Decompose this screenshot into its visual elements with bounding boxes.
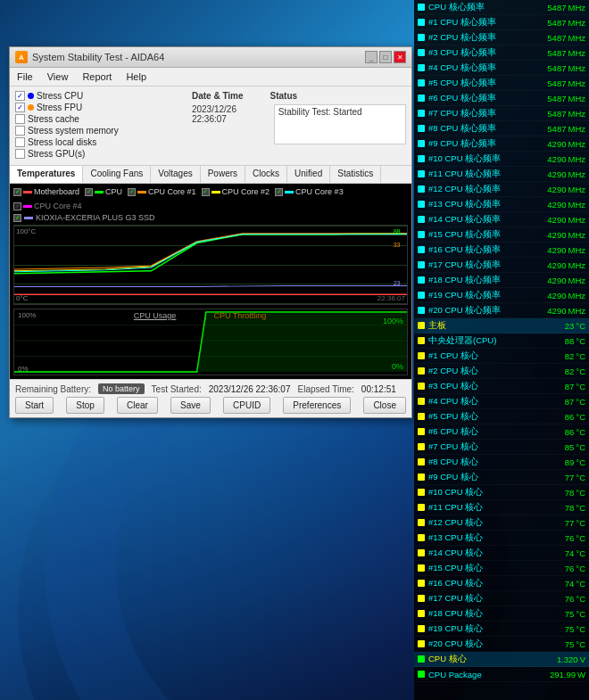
- legend-cpu-core3[interactable]: ✓ CPU Core #3: [275, 187, 344, 196]
- row-unit-36: °C: [576, 548, 585, 558]
- tab-temperatures[interactable]: Temperatures: [10, 166, 83, 183]
- row-value-10: 4290: [547, 154, 566, 164]
- row-unit-3: MHz: [568, 48, 585, 58]
- panel-row-18: #18 CPU 核心频率4290MHz: [414, 273, 589, 288]
- svg-text:33: 33: [394, 243, 401, 249]
- row-label-13: #13 CPU 核心频率: [428, 199, 547, 210]
- row-value-26: 87: [565, 397, 575, 407]
- close-button[interactable]: Close: [363, 397, 406, 414]
- minimize-button[interactable]: _: [365, 51, 377, 63]
- cpu-usage-svg: [14, 309, 407, 375]
- status-box: Stability Test: Started: [274, 104, 406, 144]
- row-bullet-24: [418, 367, 425, 375]
- menu-view[interactable]: View: [40, 70, 76, 84]
- row-bullet-12: [418, 185, 425, 193]
- row-value-28: 86: [565, 427, 575, 437]
- clear-button[interactable]: Clear: [117, 397, 158, 414]
- window-controls[interactable]: _ □ ✕: [365, 51, 406, 63]
- row-bullet-11: [418, 170, 425, 177]
- stress-fpu-checkbox[interactable]: ✓ Stress FPU: [15, 103, 183, 112]
- stress-memory-checkbox[interactable]: Stress system memory: [15, 126, 183, 136]
- tab-unified[interactable]: Unified: [287, 166, 330, 183]
- tab-cooling-fans[interactable]: Cooling Fans: [83, 166, 151, 183]
- row-value-2: 5487: [547, 33, 566, 43]
- panel-row-14: #14 CPU 核心频率4290MHz: [414, 212, 589, 227]
- status-info-row: Remaining Battery: No battery Test Start…: [15, 383, 406, 394]
- panel-row-4: #4 CPU 核心频率5487MHz: [414, 61, 589, 76]
- row-value-19: 4290: [547, 291, 566, 301]
- row-value-0: 5487: [547, 3, 566, 12]
- row-bullet-0: [418, 4, 425, 11]
- row-value-9: 4290: [547, 139, 566, 149]
- close-button[interactable]: ✕: [394, 51, 406, 63]
- panel-row-0: CPU 核心频率5487MHz: [414, 0, 589, 15]
- legend-ssd[interactable]: ✓ KIOXIA-EXCERIA PLUS G3 SSD: [13, 213, 408, 222]
- panel-row-37: #15 CPU 核心76°C: [414, 561, 589, 576]
- app-icon: A: [15, 51, 28, 63]
- stress-cpu-checkbox[interactable]: ✓ Stress CPU: [15, 91, 183, 101]
- row-label-7: #7 CPU 核心频率: [428, 108, 547, 119]
- cpuid-button[interactable]: CPUID: [223, 397, 270, 414]
- save-button[interactable]: Save: [170, 397, 211, 414]
- menu-help[interactable]: Help: [119, 70, 153, 84]
- row-label-12: #12 CPU 核心频率: [428, 184, 547, 195]
- menu-report[interactable]: Report: [75, 70, 119, 84]
- row-label-11: #11 CPU 核心频率: [428, 169, 547, 180]
- row-value-35: 76: [565, 533, 575, 543]
- stress-cache-checkbox[interactable]: Stress cache: [15, 114, 183, 124]
- row-bullet-16: [418, 246, 425, 253]
- panel-row-11: #11 CPU 核心频率4290MHz: [414, 167, 589, 182]
- panel-row-41: #19 CPU 核心75°C: [414, 622, 589, 637]
- window-title: System Stability Test - AIDA64: [32, 52, 365, 62]
- row-label-1: #1 CPU 核心频率: [428, 17, 547, 29]
- stress-gpu-checkbox[interactable]: Stress GPU(s): [15, 149, 183, 159]
- row-label-31: #9 CPU 核心: [428, 472, 565, 483]
- legend-cpu[interactable]: ✓ CPU: [85, 187, 122, 196]
- row-bullet-15: [418, 231, 425, 238]
- row-bullet-25: [418, 383, 425, 390]
- panel-row-34: #12 CPU 核心77°C: [414, 515, 589, 531]
- tab-statistics[interactable]: Statistics: [330, 166, 381, 183]
- legend-cpu-core2[interactable]: ✓ CPU Core #2: [202, 187, 270, 196]
- row-value-17: 4290: [547, 260, 566, 270]
- datetime-label: Date & Time: [192, 91, 244, 101]
- row-unit-11: MHz: [568, 169, 585, 179]
- row-bullet-23: [418, 352, 425, 359]
- legend-motherboard[interactable]: ✓ Motherboard: [13, 187, 79, 196]
- row-bullet-43: [418, 655, 425, 663]
- row-label-14: #14 CPU 核心频率: [428, 214, 547, 226]
- row-bullet-14: [418, 216, 425, 223]
- menu-file[interactable]: File: [10, 70, 40, 84]
- stress-disks-checkbox[interactable]: Stress local disks: [15, 137, 183, 147]
- stop-button[interactable]: Stop: [66, 397, 104, 414]
- row-value-21: 23: [565, 321, 575, 331]
- chart-legend: ✓ Motherboard ✓ CPU ✓ CPU Core #1 ✓ CPU …: [13, 187, 408, 210]
- preferences-button[interactable]: Preferences: [283, 397, 351, 414]
- panel-row-42: #20 CPU 核心75°C: [414, 637, 589, 652]
- row-value-40: 75: [565, 609, 575, 619]
- tab-clocks[interactable]: Clocks: [245, 166, 287, 183]
- button-row: Start Stop Clear Save CPUID Preferences …: [15, 397, 406, 414]
- legend-cpu-core4[interactable]: ✓ CPU Core #4: [13, 202, 82, 210]
- row-label-42: #20 CPU 核心: [428, 638, 565, 650]
- row-bullet-36: [418, 549, 425, 556]
- tab-powers[interactable]: Powers: [201, 166, 245, 183]
- panel-row-8: #8 CPU 核心频率5487MHz: [414, 121, 589, 136]
- maximize-button[interactable]: □: [379, 51, 392, 63]
- row-value-42: 75: [565, 639, 575, 649]
- row-bullet-5: [418, 79, 425, 86]
- row-bullet-39: [418, 595, 425, 602]
- row-value-13: 4290: [547, 200, 566, 210]
- start-button[interactable]: Start: [15, 397, 54, 414]
- row-bullet-28: [418, 428, 425, 435]
- row-label-20: #20 CPU 核心频率: [428, 305, 547, 317]
- row-value-44: 291.99: [550, 670, 576, 679]
- row-unit-17: MHz: [568, 260, 585, 270]
- row-unit-6: MHz: [568, 94, 585, 103]
- temperature-chart: 100°C 0°C 22:36:07 88 33 23: [13, 225, 408, 305]
- panel-row-3: #3 CPU 核心频率5487MHz: [414, 45, 589, 61]
- row-value-4: 5487: [547, 63, 566, 73]
- tab-voltages[interactable]: Voltages: [151, 166, 200, 183]
- legend-cpu-core1[interactable]: ✓ CPU Core #1: [128, 187, 196, 196]
- row-unit-32: °C: [576, 488, 585, 498]
